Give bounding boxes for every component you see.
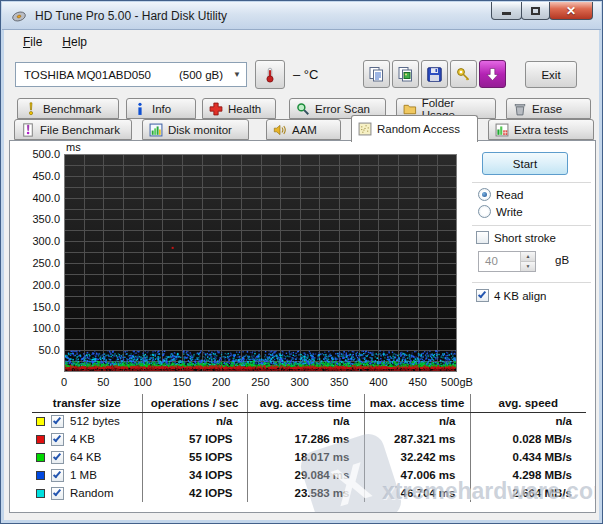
series-swatch <box>36 471 45 480</box>
exit-button[interactable]: Exit <box>525 61 577 88</box>
write-radio[interactable]: Write <box>478 205 523 218</box>
col-avg-speed: avg. speed <box>470 394 586 412</box>
table-row: 4 KB 57 IOPS 17.286 ms 287.321 ms 0.028 … <box>32 430 586 448</box>
tab-info[interactable]: Info <box>126 98 196 119</box>
menubar: File Help <box>5 32 93 52</box>
tab-erase[interactable]: Erase <box>506 98 591 119</box>
thermometer-icon <box>262 67 278 83</box>
col-operations: operations / sec <box>142 394 247 412</box>
capacity-value[interactable]: 40 <box>479 252 520 271</box>
close-button[interactable]: ✕ <box>549 2 593 20</box>
col-max-access: max. access time <box>364 394 470 412</box>
results-table: transfer size operations / sec avg. acce… <box>32 394 586 502</box>
align-checkbox[interactable]: 4 KB align <box>476 289 546 302</box>
info-icon <box>133 102 147 116</box>
checkbox-icon[interactable] <box>51 433 64 446</box>
table-row: 512 bytes n/a n/a n/a n/a <box>32 412 586 430</box>
spin-down-icon[interactable]: ▼ <box>521 262 535 271</box>
checkbox-icon[interactable] <box>51 415 64 428</box>
download-arrow-icon <box>484 66 501 83</box>
benchmark-icon <box>24 102 38 116</box>
titlebar: HD Tune Pro 5.00 - Hard Disk Utility ✕ <box>2 2 601 30</box>
maximize-icon <box>531 7 540 15</box>
window-title: HD Tune Pro 5.00 - Hard Disk Utility <box>35 9 227 23</box>
chevron-down-icon: ▼ <box>228 70 246 79</box>
radio-icon[interactable] <box>478 188 491 201</box>
close-icon: ✕ <box>566 4 576 18</box>
menu-file[interactable]: File <box>17 33 48 51</box>
checkbox-icon[interactable] <box>51 469 64 482</box>
y-axis-unit: ms <box>66 141 81 153</box>
tab-random-access[interactable]: Random Access <box>351 115 478 142</box>
save-icon <box>426 66 443 83</box>
random-access-panel: ms 500.0450.0400.0350.0300.0250.0200.015… <box>9 140 596 513</box>
checkbox-icon[interactable] <box>476 231 489 244</box>
device-name: TOSHIBA MQ01ABD050 <box>16 69 151 81</box>
copy-image-button[interactable] <box>392 60 419 88</box>
copy-image-icon <box>397 66 414 83</box>
read-radio[interactable]: Read <box>478 188 524 201</box>
options-icon <box>455 66 472 83</box>
checkbox-icon[interactable] <box>51 487 64 500</box>
device-select[interactable]: TOSHIBA MQ01ABD050 (500 gB) ▼ <box>15 62 247 87</box>
tab-disk-monitor[interactable]: Disk monitor <box>142 119 249 140</box>
copy-text-button[interactable] <box>363 60 390 88</box>
x-axis-labels: 050100150200250300350400450500gB <box>64 376 457 390</box>
file-benchmark-icon <box>21 123 35 137</box>
separator <box>472 182 591 183</box>
separator <box>472 225 591 226</box>
menu-help[interactable]: Help <box>56 33 93 51</box>
checkbox-icon[interactable] <box>51 451 64 464</box>
table-row: Random 42 IOPS 23.583 ms 46.704 ms 2.664… <box>32 484 586 502</box>
temperature-readout: – °C <box>293 67 318 82</box>
series-swatch <box>36 435 45 444</box>
magnifier-icon <box>296 102 310 116</box>
tab-file-benchmark[interactable]: File Benchmark <box>14 119 132 140</box>
tab-extra-tests[interactable]: Extra tests <box>488 119 594 140</box>
start-button[interactable]: Start <box>482 152 568 175</box>
series-swatch <box>36 417 45 426</box>
col-avg-access: avg. access time <box>247 394 364 412</box>
hdtune-window: HD Tune Pro 5.00 - Hard Disk Utility ✕ F… <box>0 0 603 524</box>
health-cross-icon <box>209 102 223 116</box>
maximize-button[interactable] <box>521 2 550 20</box>
capacity-unit: gB <box>555 254 569 266</box>
col-transfer-size: transfer size <box>32 394 142 412</box>
app-icon <box>11 8 27 24</box>
random-access-icon <box>358 122 372 136</box>
series-swatch <box>36 489 45 498</box>
options-button[interactable] <box>450 60 477 88</box>
table-row: 64 KB 55 IOPS 18.017 ms 32.242 ms 0.434 … <box>32 448 586 466</box>
trash-icon <box>513 102 527 116</box>
minimize-icon <box>502 12 511 15</box>
radio-icon[interactable] <box>478 205 491 218</box>
short-stroke-checkbox[interactable]: Short stroke <box>476 231 556 244</box>
folder-icon <box>403 102 417 116</box>
copy-text-icon <box>368 66 385 83</box>
minimize-button[interactable] <box>491 2 522 20</box>
update-button[interactable] <box>479 60 506 88</box>
access-time-chart <box>64 154 457 372</box>
disk-monitor-icon <box>149 123 163 137</box>
spin-up-icon[interactable]: ▲ <box>521 252 535 262</box>
extra-tests-icon <box>495 123 509 137</box>
checkbox-icon[interactable] <box>476 289 489 302</box>
tab-benchmark[interactable]: Benchmark <box>17 98 119 119</box>
series-swatch <box>36 453 45 462</box>
device-size: (500 gB) <box>179 69 223 81</box>
table-row: 1 MB 34 IOPS 29.084 ms 47.006 ms 4.298 M… <box>32 466 586 484</box>
tab-health[interactable]: Health <box>202 98 276 119</box>
separator <box>472 282 591 283</box>
speaker-icon <box>273 123 287 137</box>
save-button[interactable] <box>421 60 448 88</box>
capacity-spinner[interactable]: 40 ▲ ▼ <box>478 251 536 272</box>
tab-aam[interactable]: AAM <box>266 119 341 140</box>
temperature-button[interactable] <box>255 60 285 89</box>
